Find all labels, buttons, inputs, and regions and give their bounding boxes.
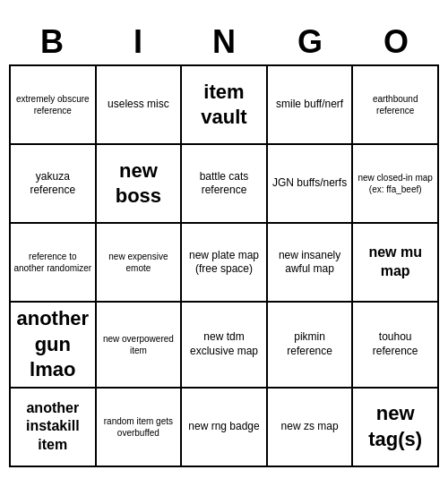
bingo-cell: earthbound reference (353, 66, 439, 145)
bingo-cell: useless misc (97, 66, 183, 145)
bingo-cell: JGN buffs/nerfs (268, 145, 354, 224)
bingo-cell: another instakill item (11, 389, 97, 467)
bingo-cell: new boss (97, 145, 183, 224)
bingo-letter: N (181, 20, 267, 64)
bingo-letter: B (9, 20, 95, 64)
bingo-grid: extremely obscure referenceuseless misci… (9, 64, 439, 467)
bingo-cell: new tag(s) (353, 389, 439, 467)
bingo-cell: new overpowered item (97, 303, 183, 389)
bingo-cell: battle cats reference (182, 145, 268, 224)
bingo-cell: smile buff/nerf (268, 66, 354, 145)
bingo-cell: new tdm exclusive map (182, 303, 268, 389)
bingo-cell: new rng badge (182, 389, 268, 467)
bingo-header: BINGO (9, 20, 439, 64)
bingo-cell: new mu map (353, 224, 439, 303)
bingo-cell: new closed-in map (ex: ffa_beef) (353, 145, 439, 224)
bingo-card: BINGO extremely obscure referenceuseless… (9, 20, 439, 467)
bingo-cell: item vault (182, 66, 268, 145)
bingo-cell: random item gets overbuffed (97, 389, 183, 467)
bingo-cell: another gun lmao (11, 303, 97, 389)
bingo-cell: yakuza reference (11, 145, 97, 224)
bingo-cell: new plate map (free space) (182, 224, 268, 303)
bingo-cell: new zs map (268, 389, 354, 467)
bingo-cell: extremely obscure reference (11, 66, 97, 145)
bingo-letter: G (267, 20, 353, 64)
bingo-cell: new expensive emote (97, 224, 183, 303)
bingo-cell: new insanely awful map (268, 224, 354, 303)
bingo-cell: touhou reference (353, 303, 439, 389)
bingo-cell: pikmin reference (268, 303, 354, 389)
bingo-letter: I (95, 20, 181, 64)
bingo-cell: reference to another randomizer (11, 224, 97, 303)
bingo-letter: O (353, 20, 439, 64)
